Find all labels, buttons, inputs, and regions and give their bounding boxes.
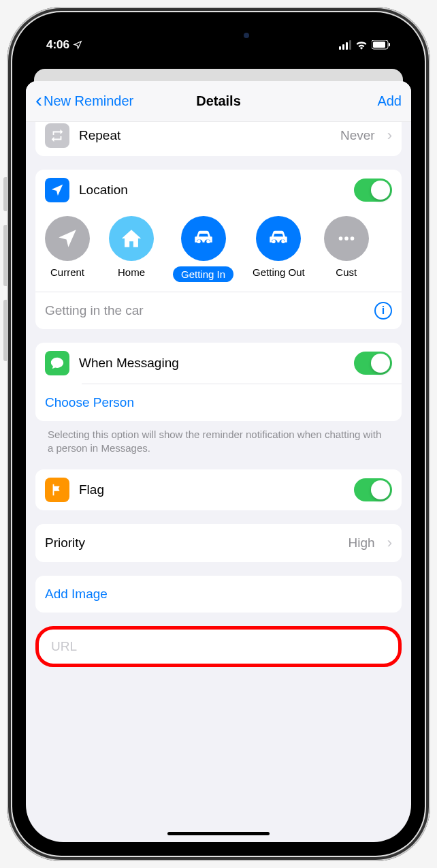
flag-label: Flag <box>79 482 344 497</box>
messaging-hint: Selecting this option will show the remi… <box>35 421 402 456</box>
location-chip-getting-in[interactable]: Getting In <box>173 216 233 282</box>
flag-icon <box>45 478 69 502</box>
svg-point-5 <box>350 236 354 241</box>
more-icon <box>324 216 369 261</box>
priority-value: High <box>349 536 375 551</box>
info-icon[interactable]: i <box>374 302 392 320</box>
priority-row[interactable]: Priority High › <box>35 524 402 562</box>
chevron-left-icon: ‹ <box>35 90 42 110</box>
messaging-row: When Messaging <box>35 343 402 384</box>
location-detail-text: Getting in the car <box>45 303 144 318</box>
url-placeholder: URL <box>51 639 77 653</box>
repeat-label: Repeat <box>79 128 331 143</box>
flag-toggle[interactable] <box>354 478 392 501</box>
messaging-toggle[interactable] <box>354 352 392 375</box>
location-toggle[interactable] <box>354 179 392 202</box>
status-time: 4:06 <box>46 38 69 52</box>
current-location-icon <box>45 216 90 261</box>
location-row: Location <box>35 170 402 211</box>
svg-rect-1 <box>373 42 385 48</box>
location-chip-custom[interactable]: Cust <box>324 216 369 282</box>
flag-row: Flag <box>35 469 402 510</box>
car-icon <box>256 216 301 261</box>
repeat-value: Never <box>340 128 375 143</box>
location-arrow-icon <box>45 178 69 202</box>
location-chip-home[interactable]: Home <box>109 216 154 282</box>
cellular-signal-icon <box>339 40 352 50</box>
chevron-right-icon: › <box>387 127 392 144</box>
chevron-right-icon: › <box>387 534 392 552</box>
location-label: Location <box>79 183 344 198</box>
battery-icon <box>372 40 391 50</box>
location-chip-getting-out[interactable]: Getting Out <box>253 216 305 282</box>
priority-label: Priority <box>45 536 339 551</box>
svg-point-3 <box>338 236 342 241</box>
messaging-label: When Messaging <box>79 356 344 371</box>
url-field[interactable]: URL <box>35 626 402 667</box>
repeat-icon <box>45 123 69 148</box>
choose-person-button[interactable]: Choose Person <box>35 384 402 421</box>
back-label: New Reminder <box>44 93 133 109</box>
home-indicator[interactable] <box>167 832 270 835</box>
location-services-icon <box>73 40 82 50</box>
repeat-row[interactable]: Repeat Never › <box>35 122 402 156</box>
back-button[interactable]: ‹ New Reminder <box>35 93 133 110</box>
location-chip-current[interactable]: Current <box>45 216 90 282</box>
home-icon <box>109 216 154 261</box>
wifi-icon <box>355 40 368 50</box>
location-type-selector[interactable]: Current Home Getting In <box>35 211 402 292</box>
car-icon <box>181 216 226 261</box>
messages-icon <box>45 351 69 375</box>
svg-point-4 <box>344 236 349 241</box>
details-sheet: ‹ New Reminder Details Add <box>26 81 411 842</box>
location-detail-row[interactable]: Getting in the car i <box>35 292 402 329</box>
add-image-button[interactable]: Add Image <box>35 576 402 613</box>
add-button[interactable]: Add <box>377 93 402 109</box>
svg-rect-2 <box>389 43 390 46</box>
